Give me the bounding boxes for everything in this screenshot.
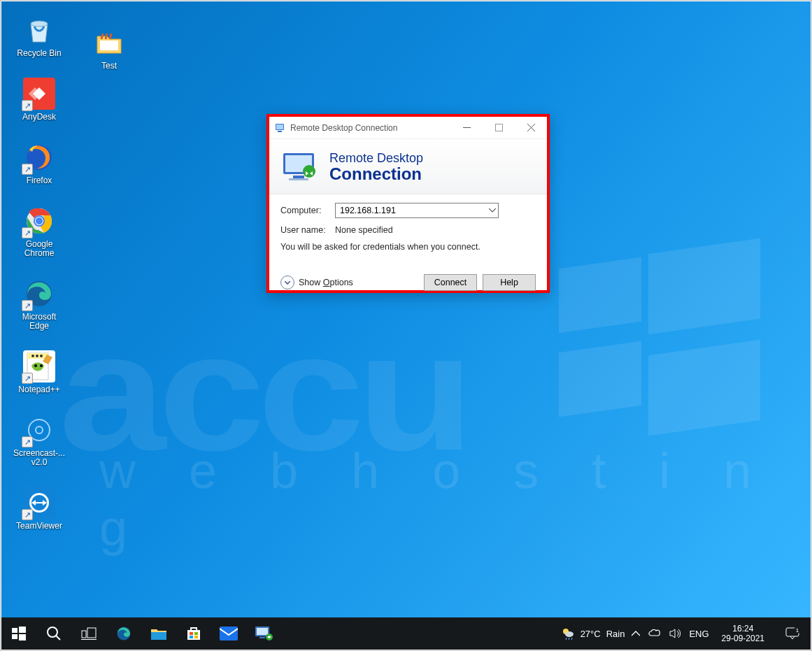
username-value: None specified <box>335 225 393 235</box>
taskbar-ms-store-button[interactable] <box>176 617 211 650</box>
taskbar-search-button[interactable] <box>36 617 71 650</box>
shortcut-overlay-icon: ↗ <box>22 227 33 238</box>
desktop-icon-label: Screencast-... v2.0 <box>11 449 67 467</box>
search-icon <box>46 626 62 641</box>
svg-point-15 <box>36 427 43 434</box>
weather-widget[interactable]: 27°C Rain <box>561 627 625 641</box>
taskbar: 27°C Rain ENG 16:24 29-09-2021 <box>1 617 811 650</box>
shortcut-overlay-icon: ↗ <box>22 436 33 448</box>
volume-icon[interactable] <box>669 629 681 638</box>
firefox-icon: ↗ <box>23 141 55 173</box>
svg-rect-37 <box>82 631 86 638</box>
computer-input[interactable] <box>335 203 499 218</box>
desktop-icon-label: TeamViewer <box>16 522 62 531</box>
desktop-icon-firefox[interactable]: ↗Firefox <box>11 141 67 185</box>
svg-rect-46 <box>194 636 198 638</box>
svg-rect-21 <box>278 131 282 132</box>
show-options-expander[interactable]: Show Options <box>280 276 353 289</box>
weather-icon <box>561 627 575 641</box>
taskbar-left <box>1 617 281 650</box>
svg-point-10 <box>36 355 38 357</box>
desktop-icon-label: Recycle Bin <box>17 49 61 58</box>
action-center-button[interactable]: 1 <box>777 617 808 650</box>
svg-line-55 <box>569 638 569 640</box>
svg-rect-31 <box>12 628 17 633</box>
desktop-wallpaper[interactable]: accu w e b h o s t i n g Recycle Bin↗Any… <box>1 1 811 617</box>
svg-rect-34 <box>19 634 26 641</box>
file-explorer-icon <box>150 627 167 641</box>
shortcut-overlay-icon: ↗ <box>22 164 33 175</box>
desktop-icon-label: Firefox <box>27 176 52 185</box>
taskbar-date: 29-09-2021 <box>722 634 764 643</box>
svg-rect-43 <box>190 632 193 635</box>
banner-line2: Connection <box>329 165 423 183</box>
desktop-icon-recycle-bin[interactable]: Recycle Bin <box>11 14 67 58</box>
desktop-icon-label: AnyDesk <box>22 113 56 122</box>
help-button[interactable]: Help <box>483 274 536 291</box>
svg-rect-29 <box>289 178 308 180</box>
svg-rect-22 <box>463 127 471 128</box>
desktop-icon-label: Google Chrome <box>11 240 67 258</box>
taskbar-task-view-button[interactable] <box>71 617 106 650</box>
svg-rect-50 <box>259 637 265 638</box>
notepadpp-icon: ↗ <box>23 350 55 382</box>
desktop-icon-test-folder[interactable]: Test <box>81 27 137 71</box>
svg-point-13 <box>40 364 43 367</box>
language-indicator[interactable]: ENG <box>689 629 708 639</box>
screencast-icon: ↗ <box>23 414 55 446</box>
desktop-icons-col1: Recycle Bin↗AnyDesk↗Firefox↗Google Chrom… <box>11 14 67 531</box>
google-chrome-icon: ↗ <box>23 205 55 237</box>
computer-label: Computer: <box>280 206 328 215</box>
svg-rect-42 <box>187 630 200 640</box>
expand-down-icon <box>280 276 294 289</box>
taskbar-clock[interactable]: 16:24 29-09-2021 <box>716 624 770 643</box>
weather-cond: Rain <box>606 629 625 639</box>
edge-icon <box>115 625 132 642</box>
microsoft-edge-icon: ↗ <box>23 278 55 310</box>
svg-rect-38 <box>87 628 96 638</box>
recycle-bin-icon <box>23 14 55 46</box>
desktop-icon-label: Test <box>101 62 117 71</box>
svg-rect-18 <box>100 41 118 50</box>
svg-line-56 <box>571 638 572 640</box>
svg-rect-23 <box>495 124 502 131</box>
onedrive-icon[interactable] <box>648 629 661 638</box>
svg-text:1: 1 <box>796 627 799 634</box>
taskbar-file-explorer-button[interactable] <box>141 617 176 650</box>
taskbar-mail-button[interactable] <box>211 617 246 650</box>
desktop-icon-screencast[interactable]: ↗Screencast-... v2.0 <box>11 414 67 467</box>
svg-rect-20 <box>276 124 283 129</box>
desktop-icon-anydesk[interactable]: ↗AnyDesk <box>11 78 67 122</box>
svg-point-0 <box>31 21 48 27</box>
svg-point-5 <box>36 217 43 224</box>
svg-point-53 <box>565 631 574 637</box>
desktop-icon-microsoft-edge[interactable]: ↗Microsoft Edge <box>11 278 67 331</box>
shortcut-overlay-icon: ↗ <box>22 373 33 384</box>
maximize-button[interactable] <box>483 117 515 138</box>
svg-rect-32 <box>19 627 26 633</box>
connect-button[interactable]: Connect <box>424 274 477 291</box>
dialog-titlebar[interactable]: Remote Desktop Connection <box>269 117 547 139</box>
svg-line-36 <box>56 636 60 640</box>
taskbar-edge-button[interactable] <box>106 617 141 650</box>
taskbar-rdc-button[interactable] <box>246 617 281 650</box>
desktop-icon-google-chrome[interactable]: ↗Google Chrome <box>11 205 67 258</box>
dialog-hint: You will be asked for credentials when y… <box>280 242 536 252</box>
task-view-icon <box>81 627 97 640</box>
banner-line1: Remote Desktop <box>329 152 423 165</box>
username-label: User name: <box>280 225 328 235</box>
desktop-icon-label: Notepad++ <box>18 385 59 394</box>
desktop-icon-notepadpp[interactable]: ↗Notepad++ <box>11 350 67 394</box>
ms-store-icon <box>186 626 201 641</box>
svg-point-12 <box>34 364 37 367</box>
teamviewer-icon: ↗ <box>23 487 55 519</box>
desktop-icon-teamviewer[interactable]: ↗TeamViewer <box>11 487 67 531</box>
svg-rect-33 <box>12 634 17 639</box>
taskbar-start-button[interactable] <box>1 617 36 650</box>
svg-rect-45 <box>190 636 193 638</box>
minimize-button[interactable] <box>450 117 483 138</box>
taskbar-time: 16:24 <box>722 624 764 634</box>
svg-rect-47 <box>220 627 238 641</box>
close-button[interactable] <box>515 117 547 138</box>
tray-chevron-up-icon[interactable] <box>632 631 640 636</box>
